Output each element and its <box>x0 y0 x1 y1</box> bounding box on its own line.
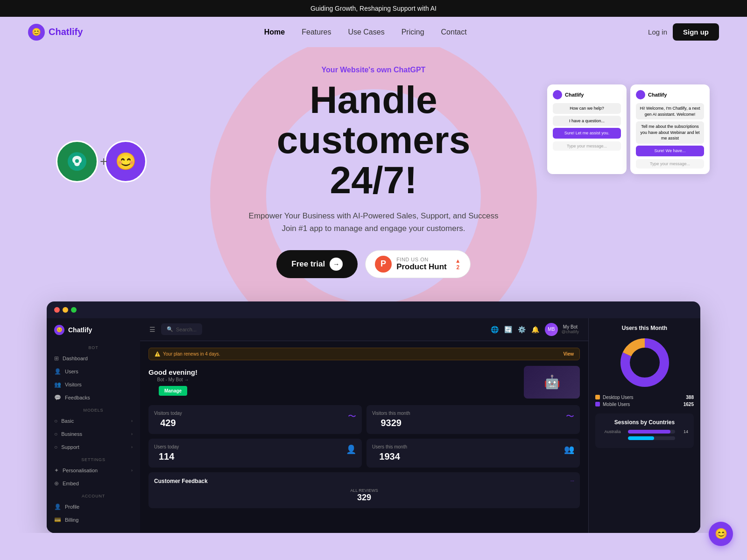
dashboard-content: ⚠️ Your plan renews in 4 days. View Good… <box>140 341 588 519</box>
sidebar-item-feedbacks[interactable]: 💬 Feedbacks <box>47 391 140 404</box>
window-controls <box>47 301 700 318</box>
desktop-dot <box>595 395 600 399</box>
sidebar-item-business[interactable]: ○ Business › <box>47 427 140 441</box>
sidebar-item-billing[interactable]: 💳 Billing <box>47 513 140 526</box>
stat-icon-2: 〜 <box>566 411 574 422</box>
globe-icon[interactable]: 🌐 <box>491 326 499 333</box>
stat-value-3: 114 <box>154 451 179 462</box>
stat-icon-3: 👤 <box>346 444 356 455</box>
window-maximize-dot <box>71 307 77 313</box>
sidebar-item-users[interactable]: 👤 Users <box>47 365 140 378</box>
search-bar[interactable]: 🔍 Search... <box>161 323 202 335</box>
stat-icon-1: 〜 <box>348 411 356 422</box>
sidebar-item-profile[interactable]: 👤 Profile <box>47 500 140 513</box>
greeting-title: Good evening! <box>148 368 197 376</box>
mobile-value: 1625 <box>684 402 694 407</box>
feedbacks-icon: 💬 <box>54 394 61 401</box>
donut-chart-svg <box>619 337 670 388</box>
ph-text: FIND US ON Product Hunt <box>396 257 447 272</box>
bar-track-2 <box>628 436 675 440</box>
product-hunt-button[interactable]: P FIND US ON Product Hunt ▲ 2 <box>365 250 471 278</box>
nav-contact[interactable]: Contact <box>441 28 467 36</box>
hero-desc: Empower Your Business with AI-Powered Sa… <box>28 210 719 235</box>
nav-features[interactable]: Features <box>302 28 331 36</box>
feedback-more-button[interactable]: ··· <box>571 478 574 483</box>
bell-icon[interactable]: 🔔 <box>531 326 539 333</box>
login-button[interactable]: Log in <box>648 28 667 36</box>
dashboard-wrapper: 😊 Chatlify BOT ⊞ Dashboard 👤 Users 👥 Vis… <box>47 301 700 533</box>
bar-fill-2 <box>628 436 654 440</box>
sidebar-item-dashboard[interactable]: ⊞ Dashboard <box>47 352 140 365</box>
user-name: My Bot <box>562 324 579 329</box>
basic-icon: ○ <box>54 418 57 424</box>
feedback-review-count: 329 <box>154 493 574 503</box>
greeting-text-block: Good evening! Bot - My Bot → Manage <box>148 368 197 396</box>
manage-button[interactable]: Manage <box>159 386 187 396</box>
top-banner: Guiding Growth, Reshaping Support with A… <box>0 0 747 17</box>
nav-pricing[interactable]: Pricing <box>402 28 424 36</box>
users-icon: 👤 <box>54 368 61 375</box>
stat-label-4: Users this month <box>372 444 407 449</box>
arrow-icon: → <box>330 258 343 271</box>
bar-label-australia: Australia <box>601 429 624 434</box>
visitors-icon: 👥 <box>54 381 61 388</box>
banner-text: Guiding Growth, Reshaping Support with A… <box>310 5 437 12</box>
dash-logo-icon: 😊 <box>54 325 64 335</box>
stat-value-1: 429 <box>154 418 182 428</box>
sessions-section: Sessions by Countries Australia 14 <box>595 413 694 448</box>
signup-button[interactable]: Sign up <box>673 23 719 41</box>
bar-row-australia: Australia 14 <box>601 429 688 434</box>
greeting-section: Good evening! Bot - My Bot → Manage 🤖 <box>148 366 580 399</box>
sidebar-item-visitors[interactable]: 👥 Visitors <box>47 378 140 391</box>
nav-logo[interactable]: 😊 Chatlify <box>28 24 83 41</box>
free-trial-button[interactable]: Free trial → <box>276 250 358 278</box>
sidebar-item-basic[interactable]: ○ Basic › <box>47 414 140 427</box>
mobile-dot <box>595 402 600 406</box>
nav-usecases[interactable]: Use Cases <box>348 28 384 36</box>
feedback-section: Customer Feedback ··· ALL REVIEWS 329 <box>148 472 580 508</box>
bar-row-2 <box>601 436 688 440</box>
support-icon: ○ <box>54 444 57 450</box>
sidebar-item-personalisation[interactable]: ✦ Personalisation › <box>47 464 140 477</box>
profile-icon: 👤 <box>54 504 61 510</box>
dashboard-sidebar: 😊 Chatlify BOT ⊞ Dashboard 👤 Users 👥 Vis… <box>47 318 140 533</box>
alert-icon: ⚠️ <box>155 351 160 357</box>
donut-chart-container <box>595 337 694 388</box>
sidebar-item-embed[interactable]: ⊕ Embed <box>47 477 140 490</box>
refresh-icon[interactable]: 🔄 <box>504 326 512 333</box>
sessions-title: Sessions by Countries <box>601 419 688 426</box>
dashboard-main: ☰ 🔍 Search... 🌐 🔄 ⚙️ 🔔 MB <box>140 318 588 533</box>
personalisation-icon: ✦ <box>54 467 59 474</box>
sidebar-section-bot: BOT <box>47 342 140 352</box>
chat-widget-icon: 😊 <box>715 528 727 533</box>
desktop-value: 388 <box>686 395 694 400</box>
logo-text: Chatlify <box>49 27 83 37</box>
hamburger-icon[interactable]: ☰ <box>149 326 155 333</box>
bar-track-australia <box>628 430 675 434</box>
navbar: 😊 Chatlify Home Features Use Cases Prici… <box>0 17 747 47</box>
arrow-basic: › <box>131 419 133 423</box>
hero-section: + 😊 Chatlify How can we help? I have a q… <box>0 47 747 533</box>
arrow-business: › <box>131 432 133 436</box>
sidebar-section-account: ACCOUNT <box>47 490 140 500</box>
stat-value-4: 1934 <box>372 451 407 462</box>
sidebar-item-support[interactable]: ○ Support › <box>47 441 140 454</box>
ph-icon: P <box>375 256 392 273</box>
stat-value-2: 9329 <box>372 418 410 428</box>
stat-label-3: Users today <box>154 444 179 449</box>
user-handle: @chatlify <box>562 329 579 334</box>
alert-view-button[interactable]: View <box>563 351 574 357</box>
billing-icon: 💳 <box>54 517 61 523</box>
ph-votes: ▲ 2 <box>455 258 461 271</box>
hero-subtitle: Your Website's own ChatGPT <box>28 66 719 74</box>
legend-mobile: Mobile Users 1625 <box>595 402 694 407</box>
sidebar-section-models: MODELS <box>47 404 140 414</box>
window-minimize-dot <box>63 307 68 313</box>
arrow-support: › <box>131 445 133 449</box>
business-icon: ○ <box>54 431 57 437</box>
stat-visitors-today: Visitors today 429 〜 <box>148 405 362 434</box>
nav-actions: Log in Sign up <box>648 23 719 41</box>
dashboard-right-panel: Users this Month <box>588 318 700 533</box>
settings-icon[interactable]: ⚙️ <box>518 326 526 333</box>
nav-home[interactable]: Home <box>264 28 285 36</box>
